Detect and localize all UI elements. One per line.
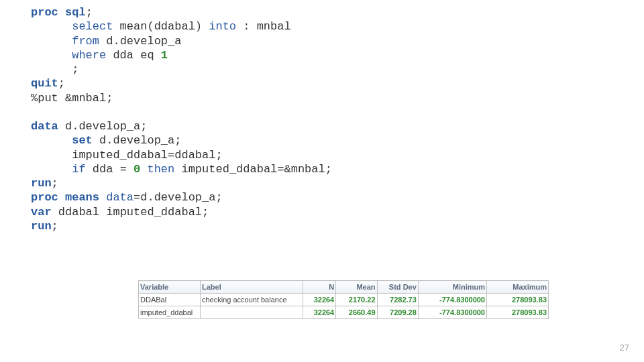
kw-quit: quit <box>31 77 58 90</box>
kw-run-2: run <box>31 220 52 233</box>
kw-where: where <box>31 49 106 62</box>
kw-select: select <box>31 20 113 33</box>
page-number: 27 <box>620 343 629 353</box>
cell-variable: imputed_ddabal <box>139 306 201 319</box>
cell-label <box>200 306 303 319</box>
col-min: Minimum <box>418 281 486 294</box>
num-0: 0 <box>133 163 140 176</box>
means-output: Variable Label N Mean Std Dev Minimum Ma… <box>138 280 549 319</box>
num-1: 1 <box>161 49 168 62</box>
col-mean: Mean <box>336 281 377 294</box>
cell-max: 278093.83 <box>487 306 549 319</box>
cell-label: checking account balance <box>200 294 303 306</box>
cell-mean: 2660.49 <box>336 306 377 319</box>
cell-n: 32264 <box>303 294 336 306</box>
kw-if: if <box>31 163 86 176</box>
table-header-row: Variable Label N Mean Std Dev Minimum Ma… <box>139 281 549 294</box>
kw-then: then <box>147 163 174 176</box>
means-table: Variable Label N Mean Std Dev Minimum Ma… <box>138 280 549 319</box>
cell-mean: 2170.22 <box>336 294 377 306</box>
kw-from: from <box>31 35 99 48</box>
put-macro: %put &mnbal; <box>31 92 113 105</box>
kw-var: var <box>31 206 52 219</box>
kw-into: into <box>209 20 236 33</box>
code-block: proc sql; select mean(ddabal) into : mnb… <box>31 5 332 233</box>
kw-data-opt: data <box>106 191 133 204</box>
cell-n: 32264 <box>303 306 336 319</box>
cell-min: -774.8300000 <box>418 294 486 306</box>
kw-run-1: run <box>31 177 52 190</box>
kw-proc-sql: proc sql <box>31 6 86 19</box>
cell-std: 7282.73 <box>377 294 418 306</box>
cell-max: 278093.83 <box>487 294 549 306</box>
kw-proc-means: proc means <box>31 191 106 204</box>
cell-min: -774.8300000 <box>418 306 486 319</box>
cell-variable: DDABal <box>139 294 201 306</box>
kw-set: set <box>31 134 93 147</box>
col-variable: Variable <box>139 281 201 294</box>
table-row: imputed_ddabal 32264 2660.49 7209.28 -77… <box>139 306 549 319</box>
kw-data: data <box>31 120 58 133</box>
col-std: Std Dev <box>377 281 418 294</box>
cell-std: 7209.28 <box>377 306 418 319</box>
col-max: Maximum <box>487 281 549 294</box>
table-row: DDABal checking account balance 32264 21… <box>139 294 549 306</box>
col-label: Label <box>200 281 303 294</box>
col-n: N <box>303 281 336 294</box>
